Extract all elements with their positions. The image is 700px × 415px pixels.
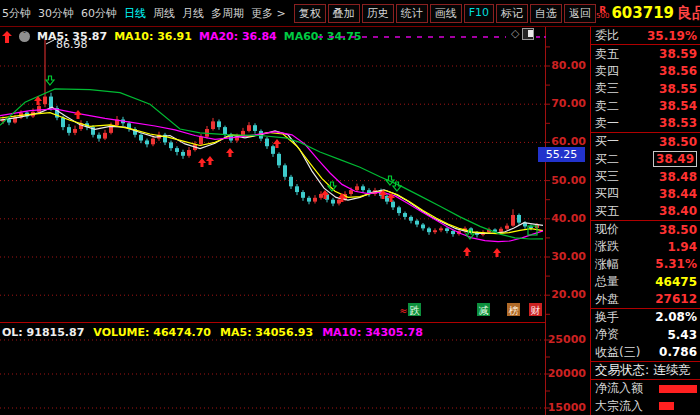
toolbar-button-复权[interactable]: 复权 — [294, 4, 326, 23]
panel-label: 涨幅 — [595, 256, 619, 273]
panel-row-交易状态: 连续竞: 交易状态: 连续竞 — [591, 362, 700, 380]
diamond-icon[interactable]: ◇ — [511, 27, 519, 40]
panel-row-收益(三): 收益(三)0.786 — [591, 343, 700, 361]
panel-label: 大宗流入 — [595, 398, 643, 415]
period-tab-30分钟[interactable]: 30分钟 — [38, 6, 74, 21]
chart-area: ≈跌减榜财 ˇ MA5: 35.87MA10: 36.91MA20: 36.84… — [0, 27, 552, 415]
toolbar-button-标记[interactable]: 标记 — [496, 4, 528, 23]
panel-row-总量: 总量46475 — [591, 273, 700, 290]
panel-row-卖五[interactable]: 卖五38.59 — [591, 45, 700, 62]
panel-row-委比: 委比35.19% — [591, 27, 700, 45]
panel-row-买一[interactable]: 买一38.50 — [591, 133, 700, 150]
svg-text:跌: 跌 — [410, 305, 420, 316]
panel-label: 总量 — [595, 273, 619, 290]
badge-bottom: 500 — [596, 13, 609, 19]
toolbar-button-自选[interactable]: 自选 — [530, 4, 562, 23]
price-axis-label: 40.00 — [546, 212, 586, 225]
panel-row-买四[interactable]: 买四38.44 — [591, 185, 700, 202]
panel-value: 38.53 — [659, 116, 697, 130]
stock-info: R 500 603719 良品铺 — [596, 4, 700, 23]
price-axis-label: 30.00 — [546, 250, 586, 263]
panel-value: 1.94 — [667, 240, 697, 254]
svg-text:减: 减 — [479, 305, 489, 316]
period-tab-月线[interactable]: 月线 — [182, 6, 204, 21]
panel-label: 现价 — [595, 221, 619, 238]
vol-value-MA5: MA5: 34056.93 — [220, 326, 313, 339]
period-tab-5分钟[interactable]: 5分钟 — [2, 6, 31, 21]
period-tab-周线[interactable]: 周线 — [153, 6, 175, 21]
price-axis-label: 70.00 — [546, 97, 586, 110]
panel-row-卖二[interactable]: 卖二38.54 — [591, 97, 700, 114]
volume-axis-label: 20000 — [546, 367, 586, 380]
toolbar-button-历史[interactable]: 历史 — [362, 4, 394, 23]
panel-value: 2.08% — [655, 310, 697, 324]
panel-label: 买一 — [595, 133, 619, 150]
panel-value: 38.50 — [659, 135, 697, 149]
volume-axis-label: 25000 — [546, 333, 586, 346]
panel-row-卖四[interactable]: 卖四38.56 — [591, 63, 700, 80]
toolbar-buttons: 复权叠加历史统计画线F10标记自选返回 — [294, 4, 596, 23]
panel-value: 38.54 — [659, 99, 697, 113]
quote-panel: 委比35.19%卖五38.59卖四38.56卖三38.55卖二38.54卖一38… — [590, 27, 700, 415]
panel-value: 0.786 — [659, 345, 697, 359]
panel-value: 38.49 — [653, 151, 697, 167]
panel-label: 买三 — [595, 168, 619, 185]
panel-label: 外盘 — [595, 291, 619, 308]
panel-value: 5.43 — [667, 328, 697, 342]
panel-label: 卖三 — [595, 80, 619, 97]
ma-value-MA10: MA10: 36.91 — [114, 30, 192, 43]
panel-value: 38.48 — [659, 170, 697, 184]
svg-text:≈: ≈ — [399, 305, 407, 316]
candlestick-chart-canvas[interactable]: ≈跌减榜财 — [0, 27, 552, 415]
vol-value-VOLUME: VOLUME: 46474.70 — [93, 326, 211, 339]
flow-bar — [659, 385, 697, 393]
panel-value: 35.19% — [647, 29, 697, 43]
panel-row-卖三[interactable]: 卖三38.55 — [591, 80, 700, 97]
r500-badge-icon: R 500 — [596, 7, 609, 19]
panel-row-现价: 现价38.50 — [591, 221, 700, 238]
panel-label: 卖一 — [595, 115, 619, 132]
ma-value-MA20: MA20: 36.84 — [199, 30, 277, 43]
stock-code: 603719 — [611, 4, 674, 22]
panel-label: 收益(三) — [595, 344, 640, 361]
flow-bar — [659, 402, 674, 410]
price-axis-label: 80.00 — [546, 59, 586, 72]
period-tab-60分钟[interactable]: 60分钟 — [81, 6, 117, 21]
toolbar-button-F10[interactable]: F10 — [464, 4, 494, 23]
toolbar: 5分钟30分钟60分钟日线周线月线多周期更多 > 复权叠加历史统计画线F10标记… — [0, 0, 700, 27]
panel-label: 买二 — [595, 151, 619, 168]
volume-indicator-header: OL: 91815.87VOLUME: 46474.70MA5: 34056.9… — [2, 326, 423, 339]
panel-label: 净流入额 — [595, 380, 643, 397]
panel-label: 涨跌 — [595, 238, 619, 255]
price-axis-label: 50.00 — [546, 174, 586, 187]
toolbar-button-统计[interactable]: 统计 — [396, 4, 428, 23]
panel-label: 卖五 — [595, 46, 619, 63]
svg-text:榜: 榜 — [509, 305, 519, 316]
panel-label: 卖二 — [595, 98, 619, 115]
toolbar-button-叠加[interactable]: 叠加 — [328, 4, 360, 23]
stock-name: 良品铺 — [677, 4, 700, 23]
panel-value: 5.31% — [655, 257, 697, 271]
panel-row-买五[interactable]: 买五38.40 — [591, 203, 700, 221]
panel-label: 买四 — [595, 185, 619, 202]
panel-row-净流入额: 净流入额 — [591, 380, 700, 397]
panel-value: 38.56 — [659, 64, 697, 78]
window-icon[interactable] — [522, 28, 534, 40]
toolbar-button-画线[interactable]: 画线 — [430, 4, 462, 23]
period-tabs: 5分钟30分钟60分钟日线周线月线多周期更多 > — [2, 6, 286, 21]
period-tab-更多 >[interactable]: 更多 > — [251, 6, 286, 21]
panel-row-卖一[interactable]: 卖一38.53 — [591, 115, 700, 133]
axis-price-highlight: 55.25 — [538, 147, 585, 162]
panel-value: 27612 — [655, 292, 697, 306]
panel-row-买三[interactable]: 买三38.48 — [591, 168, 700, 185]
panel-row-涨幅: 涨幅5.31% — [591, 256, 700, 273]
panel-row-涨跌: 涨跌1.94 — [591, 238, 700, 255]
panel-row-买二[interactable]: 买二38.49 — [591, 151, 700, 168]
period-tab-日线[interactable]: 日线 — [124, 6, 146, 21]
panel-value: 38.50 — [659, 223, 697, 237]
panel-label: 卖四 — [595, 63, 619, 80]
toolbar-button-返回[interactable]: 返回 — [564, 4, 596, 23]
collapse-icon[interactable]: ˇ — [19, 31, 30, 42]
period-tab-多周期[interactable]: 多周期 — [211, 6, 244, 21]
panel-row-换手: 换手2.08% — [591, 309, 700, 326]
